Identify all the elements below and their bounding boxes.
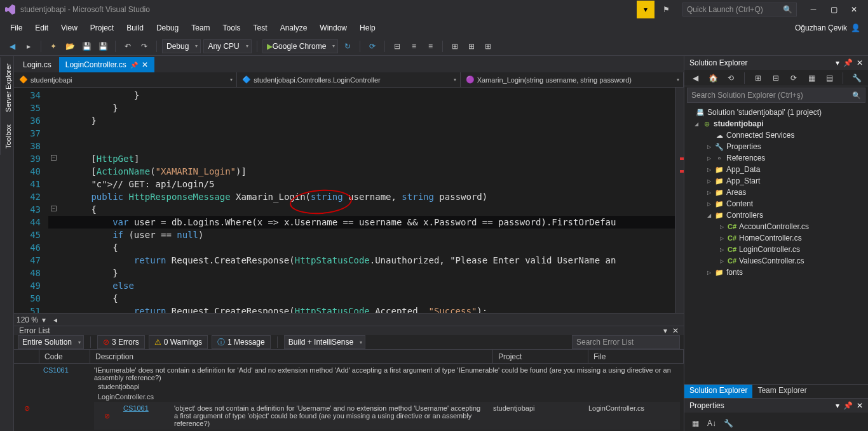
platform-dropdown[interactable]: Any CPU [203,39,251,53]
se-wrench-icon[interactable]: 🔧 [850,71,864,85]
save-all-icon[interactable]: 💾 [96,39,110,53]
pane-close-icon[interactable]: ✕ [857,58,863,67]
tb-icon-c[interactable]: ≡ [423,39,437,53]
pane-close-icon[interactable]: ✕ [672,326,679,335]
se-preview-icon[interactable]: ▤ [822,71,836,85]
error-scope-dropdown[interactable]: Entire Solution [18,335,84,349]
tree-item[interactable]: ▷▫References [684,152,868,164]
side-tab-server-explorer[interactable]: Server Explorer [0,57,13,118]
nav-project[interactable]: 🔶 studentjobapi [14,72,237,87]
menu-build[interactable]: Build [120,21,150,35]
nav-back-icon[interactable]: ◀ [5,39,19,53]
props-cat-icon[interactable]: ▦ [688,416,702,430]
nav-fwd-icon[interactable]: ▸ [22,39,36,53]
nav-member[interactable]: 🟣 Xamarin_Login(string username, string … [461,72,684,87]
pane-pin-icon[interactable]: 📌 [843,401,853,410]
tree-item[interactable]: ▷📁App_Start [684,175,868,187]
tb-icon-d[interactable]: ⊞ [448,39,462,53]
se-refresh-icon[interactable]: ⊞ [751,71,765,85]
tree-item[interactable]: ▷🔧Properties [684,141,868,152]
se-home-icon[interactable]: 🏠 [706,71,720,85]
tree-item[interactable]: ☁Connected Services [684,129,868,141]
tb-icon-e[interactable]: ⊞ [465,39,478,53]
pane-close-icon[interactable]: ✕ [857,401,863,410]
menu-project[interactable]: Project [84,21,120,35]
new-project-icon[interactable]: ✦ [46,39,60,53]
tab-logincontroller-cs[interactable]: LoginController.cs📌✕ [59,57,154,72]
col-project[interactable]: Project [493,350,588,363]
close-button[interactable]: ✕ [845,1,863,18]
tb-icon-a[interactable]: ⊟ [390,39,404,53]
undo-icon[interactable]: ↶ [121,39,135,53]
quick-launch[interactable]: Quick Launch (Ctrl+Q)🔍 [682,3,797,17]
pane-menu-icon[interactable]: ▾ [836,58,839,67]
build-filter-dropdown[interactable]: Build + IntelliSense [284,335,365,349]
se-collapse-icon[interactable]: ⊟ [769,71,783,85]
run-dropdown[interactable]: ▶ Google Chrome [262,39,339,53]
se-search[interactable]: Search Solution Explorer (Ctrl+ş) [687,88,865,103]
menu-help[interactable]: Help [353,21,382,35]
tree-item[interactable]: ▷📁Content [684,198,868,209]
pane-menu-icon[interactable]: ▾ [836,401,839,410]
tb-icon-b[interactable]: ≡ [407,39,421,53]
menu-team[interactable]: Team [185,21,216,35]
se-props-icon[interactable]: ▦ [804,71,818,85]
pane-menu-icon[interactable]: ▾ [663,326,667,335]
pin-icon[interactable]: 📌 [130,62,138,69]
feedback-icon[interactable]: ⚑ [657,1,675,18]
tab-login-cs[interactable]: Login.cs [17,57,58,72]
nav-class[interactable]: 🔷 studentjobapi.Controllers.LoginControl… [237,72,460,87]
props-wrench-icon[interactable]: 🔧 [721,416,735,430]
se-sync-icon[interactable]: ⟲ [724,71,738,85]
pane-pin-icon[interactable]: 📌 [843,58,853,67]
col-description[interactable]: Description [90,350,493,363]
tab-close-icon[interactable]: ✕ [142,60,148,69]
menu-test[interactable]: Test [247,21,274,35]
maximize-button[interactable]: ▢ [825,1,843,18]
col-file[interactable]: File [588,350,684,363]
se-back-icon[interactable]: ◀ [688,71,702,85]
zoom-level[interactable]: 120 % [17,315,38,324]
notification-icon[interactable]: ▾ [637,1,654,18]
menu-debug[interactable]: Debug [150,21,185,35]
tree-item[interactable]: ▷📁Areas [684,187,868,198]
tree-file[interactable]: ▷C#ValuesController.cs [684,255,868,267]
tree-item[interactable]: ◢📁Controllers [684,209,868,221]
error-row[interactable]: ⊘ CS1061 'IEnumerable' does not contain … [14,364,684,431]
tree-item[interactable]: ▷📁fonts [684,267,868,278]
tb-icon-f[interactable]: ⊞ [481,39,495,53]
user-avatar-icon[interactable]: 👤 [851,23,860,32]
menu-view[interactable]: View [55,21,84,35]
code-editor[interactable]: 343536373839404142434445464748495051 −− … [14,88,684,313]
tab-team-explorer[interactable]: Team Explorer [752,385,811,398]
messages-filter[interactable]: ⓘ1 Message [212,335,271,349]
save-icon[interactable]: 💾 [79,39,93,53]
error-row[interactable]: ⊘ CS1061 'object' does not contain a def… [94,402,680,430]
menu-file[interactable]: File [4,21,29,35]
tree-item[interactable]: ▷📁App_Data [684,164,868,175]
config-dropdown[interactable]: Debug [162,39,201,53]
tab-solution-explorer[interactable]: Solution Explorer [684,385,752,398]
menu-tools[interactable]: Tools [217,21,247,35]
se-showall-icon[interactable]: ⟳ [787,71,801,85]
tree-file[interactable]: ▷C#HomeController.cs [684,232,868,244]
minimize-button[interactable]: ─ [804,1,822,18]
open-icon[interactable]: 📂 [63,39,77,53]
menu-analyze[interactable]: Analyze [274,21,314,35]
redo-icon[interactable]: ↷ [137,39,151,53]
col-code[interactable]: Code [39,350,90,363]
errors-filter[interactable]: ⊘3 Errors [97,335,145,349]
browser-link-icon[interactable]: ⟳ [365,39,379,53]
warnings-filter[interactable]: ⚠0 Warnings [149,335,208,349]
minimap[interactable] [675,88,684,313]
tree-file[interactable]: ▷C#AccountController.cs [684,221,868,232]
user-name[interactable]: Oğuzhan Çevik [795,23,847,32]
menu-window[interactable]: Window [313,21,353,35]
refresh-icon[interactable]: ↻ [341,39,355,53]
side-tab-toolbox[interactable]: Toolbox [0,118,13,155]
menu-edit[interactable]: Edit [29,21,55,35]
tree-file[interactable]: ▷C#LoginController.cs [684,244,868,255]
solution-tree[interactable]: 📇Solution 'studentjobapi' (1 project)◢⊕s… [684,104,868,384]
error-search[interactable]: Search Error List [572,335,680,349]
props-az-icon[interactable]: A↓ [705,416,719,430]
